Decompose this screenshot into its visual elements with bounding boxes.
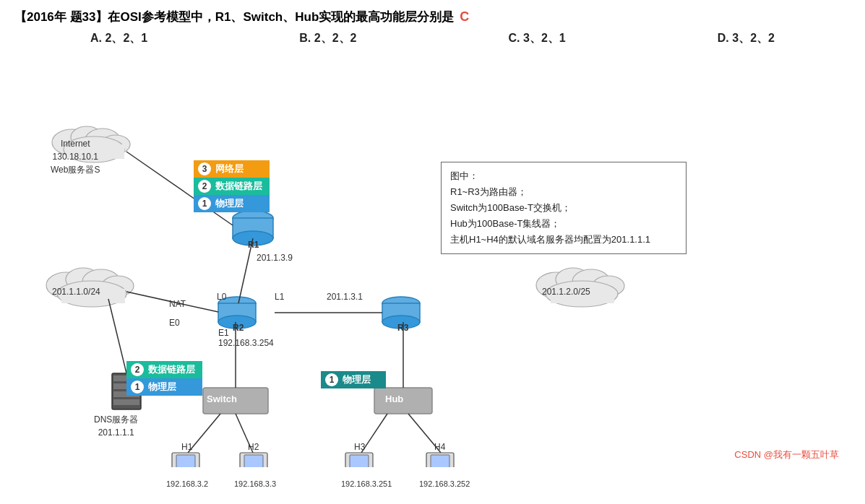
cloud-201-label: 201.1.1.0/24 — [52, 287, 100, 297]
svg-rect-59 — [426, 453, 454, 467]
info-line-0: 图中： — [450, 168, 677, 184]
answer-badge: C — [460, 9, 469, 25]
h2-ip: 192.168.3.3 — [234, 479, 276, 488]
h3-label: H3 — [354, 442, 365, 452]
ip-20113-1: 201.1.3.1 — [327, 292, 363, 302]
layer-r1-1: 1 物理层 — [194, 195, 270, 212]
h4-label: H4 — [434, 442, 445, 452]
hub-label: Hub — [385, 394, 403, 404]
layer-r1-3: 3 网络层 — [194, 160, 270, 178]
info-line-1: R1~R3为路由器； — [450, 184, 677, 200]
svg-rect-60 — [431, 455, 449, 467]
page-container: 【2016年 题33】在OSI参考模型中，R1、Switch、Hub实现的最高功… — [0, 0, 865, 504]
svg-rect-56 — [350, 455, 369, 467]
layer-stack-hub: 1 物理层 — [321, 371, 386, 388]
layer-switch-2: 2 数据链路层 — [126, 361, 202, 378]
h1-label: H1 — [181, 442, 192, 452]
svg-rect-22 — [218, 303, 256, 322]
layer-switch-num-1: 1 — [131, 381, 144, 394]
svg-point-9 — [102, 276, 134, 296]
title-bar: 【2016年 题33】在OSI参考模型中，R1、Switch、Hub实现的最高功… — [14, 9, 851, 25]
layer-stack-r1: 3 网络层 2 数据链路层 1 物理层 — [194, 160, 270, 212]
svg-rect-47 — [172, 453, 199, 467]
h2-label: H2 — [248, 442, 259, 452]
cloud-2012-label: 201.1.2.0/25 — [542, 287, 590, 297]
option-c: C. 3、2、1 — [433, 31, 642, 46]
computer-h1 — [171, 453, 199, 467]
layer-switch-num-2: 2 — [131, 363, 144, 376]
svg-rect-51 — [240, 453, 267, 467]
diagram-area: 3 网络层 2 数据链路层 1 物理层 2 数据链路层 1 物理层 — [14, 59, 851, 467]
layer-hub-num-1: 1 — [325, 373, 338, 386]
svg-rect-52 — [244, 455, 263, 467]
ip-201139: 201.1.3.9 — [257, 253, 293, 263]
switch-label: Switch — [207, 394, 237, 404]
svg-point-24 — [382, 297, 420, 310]
svg-line-35 — [188, 414, 220, 453]
info-line-3: Hub为100Base-T集线器； — [450, 216, 677, 232]
r2-label: R2 — [233, 323, 244, 333]
r1-label: R1 — [248, 240, 259, 250]
computer-h4 — [425, 453, 454, 467]
svg-line-46 — [108, 299, 126, 373]
diagram-svg — [14, 59, 851, 467]
label-l1: L1 — [275, 292, 284, 302]
info-box: 图中： R1~R3为路由器； Switch为100Base-T交换机； Hub为… — [441, 162, 687, 254]
svg-point-18 — [233, 211, 273, 225]
layer-r1-2: 2 数据链路层 — [194, 178, 270, 195]
layer-num-2: 2 — [198, 180, 211, 193]
computer-h3 — [344, 453, 373, 467]
layer-num-3: 3 — [198, 162, 211, 175]
svg-rect-55 — [345, 453, 373, 467]
svg-rect-25 — [382, 303, 420, 322]
svg-rect-43 — [113, 399, 139, 405]
svg-point-3 — [101, 135, 130, 154]
computer-h2 — [238, 453, 267, 467]
option-b: B. 2、2、2 — [223, 31, 432, 46]
svg-rect-19 — [233, 218, 273, 238]
option-d: D. 3、2、2 — [642, 31, 851, 46]
label-l0: L0 — [217, 292, 226, 302]
ip-192168254: 192.168.3.254 — [218, 338, 274, 348]
layer-stack-switch: 2 数据链路层 1 物理层 — [126, 361, 202, 396]
label-e1: E1 — [218, 328, 229, 338]
h4-ip: 192.168.3.252 — [419, 479, 470, 488]
layer-hub-1: 1 物理层 — [321, 371, 386, 388]
info-line-2: Switch为100Base-T交换机； — [450, 200, 677, 216]
h3-ip: 192.168.3.251 — [341, 479, 392, 488]
title-text: 【2016年 题33】在OSI参考模型中，R1、Switch、Hub实现的最高功… — [14, 9, 454, 25]
info-line-4: 主机H1~H4的默认域名服务器均配置为201.1.1.1 — [450, 232, 677, 248]
cloud-internet-label: Internet 130.18.10.1 Web服务器S — [51, 137, 100, 176]
svg-point-15 — [593, 276, 624, 296]
options-row: A. 2、2、1 B. 2、2、2 C. 3、2、1 D. 3、2、2 — [14, 31, 851, 46]
label-e0: E0 — [169, 318, 180, 328]
svg-line-37 — [361, 414, 387, 453]
layer-num-1: 1 — [198, 197, 211, 210]
svg-rect-48 — [176, 455, 195, 467]
watermark: CSDN @我有一颗五叶草 — [734, 448, 839, 461]
h1-ip: 192.168.3.2 — [166, 479, 208, 488]
option-a: A. 2、2、1 — [14, 31, 223, 46]
dns-label: DNS服务器 201.1.1.1 — [94, 413, 138, 439]
r3-label: R3 — [397, 323, 408, 333]
label-nat: NAT — [169, 299, 186, 309]
layer-switch-1: 1 物理层 — [126, 378, 202, 396]
